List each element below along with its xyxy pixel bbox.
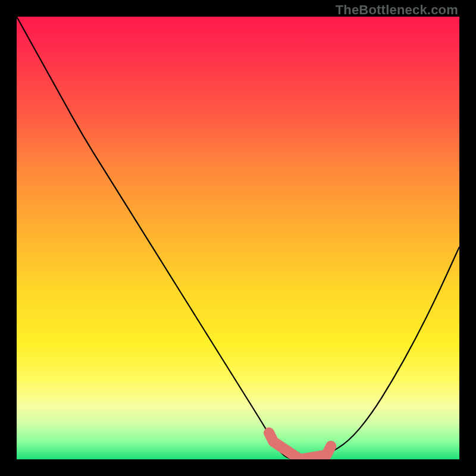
chart-svg [17, 17, 459, 459]
plot-area [17, 17, 459, 459]
watermark-text: TheBottleneck.com [336, 2, 458, 18]
bottleneck-curve-line [17, 17, 459, 459]
chart-container: TheBottleneck.com [0, 0, 476, 476]
curve-group [17, 17, 459, 459]
minimum-highlight [269, 433, 331, 459]
